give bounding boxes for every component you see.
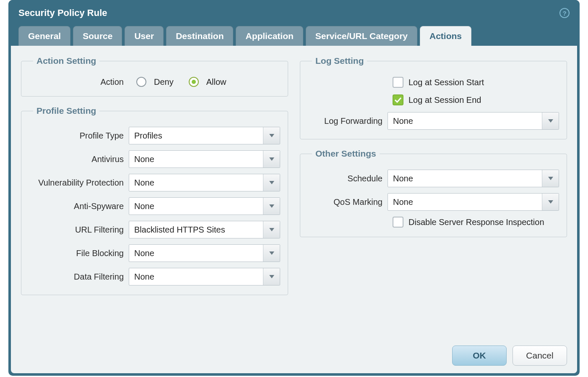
radio-deny[interactable] xyxy=(136,77,146,87)
chevron-down-icon xyxy=(263,127,280,144)
vuln-protection-value: None xyxy=(129,174,263,191)
svg-marker-7 xyxy=(548,119,553,123)
svg-marker-1 xyxy=(269,157,274,161)
qos-marking-select[interactable]: None xyxy=(388,193,559,211)
qos-marking-value: None xyxy=(388,194,542,210)
svg-marker-4 xyxy=(269,228,274,231)
chevron-down-icon xyxy=(542,194,559,210)
action-setting-legend: Action Setting xyxy=(33,56,99,66)
chevron-down-icon xyxy=(263,174,280,191)
security-policy-rule-dialog: Security Policy Rule ? General Source Us… xyxy=(8,0,580,376)
tab-user[interactable]: User xyxy=(125,26,164,46)
url-filtering-label: URL Filtering xyxy=(29,225,129,235)
log-forwarding-select[interactable]: None xyxy=(388,112,559,130)
profile-type-label: Profile Type xyxy=(29,131,129,141)
profile-type-select[interactable]: Profiles xyxy=(129,127,280,144)
profile-type-value: Profiles xyxy=(129,127,263,144)
svg-marker-2 xyxy=(269,181,274,184)
left-column: Action Setting Action Deny Allow Profile… xyxy=(21,56,288,295)
url-filtering-value: Blacklisted HTTPS Sites xyxy=(129,221,263,238)
tab-general[interactable]: General xyxy=(18,26,70,46)
tab-service-url[interactable]: Service/URL Category xyxy=(306,26,417,46)
log-setting-group: Log Setting Log at Session Start xyxy=(300,56,567,139)
checkbox-disable-sri[interactable] xyxy=(393,217,403,228)
chevron-down-icon xyxy=(263,245,280,262)
chevron-down-icon xyxy=(542,170,559,187)
url-filtering-select[interactable]: Blacklisted HTTPS Sites xyxy=(129,221,280,238)
schedule-label: Schedule xyxy=(308,174,388,183)
vuln-protection-label: Vulnerability Protection xyxy=(29,178,129,188)
antivirus-label: Antivirus xyxy=(29,154,129,164)
data-filtering-label: Data Filtering xyxy=(29,272,129,282)
help-icon[interactable]: ? xyxy=(559,8,570,18)
chevron-down-icon xyxy=(263,151,280,168)
dialog-footer: OK Cancel xyxy=(21,337,567,366)
other-settings-legend: Other Settings xyxy=(312,149,380,159)
cancel-button[interactable]: Cancel xyxy=(513,346,567,366)
svg-marker-9 xyxy=(548,200,553,204)
checkbox-log-end[interactable] xyxy=(393,94,403,105)
log-end-label: Log at Session End xyxy=(408,95,481,105)
schedule-select[interactable]: None xyxy=(388,170,559,187)
chevron-down-icon xyxy=(263,268,280,285)
anti-spyware-select[interactable]: None xyxy=(129,197,280,215)
disable-sri-label: Disable Server Response Inspection xyxy=(408,217,544,227)
log-forwarding-label: Log Forwarding xyxy=(308,116,388,126)
action-setting-group: Action Setting Action Deny Allow xyxy=(21,56,288,97)
dialog-title: Security Policy Rule xyxy=(18,8,107,18)
ok-button[interactable]: OK xyxy=(452,346,507,366)
svg-marker-3 xyxy=(269,204,274,208)
log-forwarding-value: None xyxy=(388,113,542,129)
anti-spyware-value: None xyxy=(129,198,263,215)
qos-marking-label: QoS Marking xyxy=(308,197,388,207)
file-blocking-select[interactable]: None xyxy=(129,244,280,262)
tabs-row: General Source User Destination Applicat… xyxy=(8,23,580,46)
antivirus-value: None xyxy=(129,151,263,168)
right-column: Log Setting Log at Session Start xyxy=(300,56,567,295)
anti-spyware-label: Anti-Spyware xyxy=(29,202,129,211)
vuln-protection-select[interactable]: None xyxy=(129,174,280,191)
radio-allow[interactable] xyxy=(189,77,199,87)
dialog-header: Security Policy Rule ? xyxy=(8,0,580,23)
checkbox-log-start[interactable] xyxy=(393,77,403,88)
tab-application[interactable]: Application xyxy=(236,26,303,46)
svg-marker-0 xyxy=(269,134,274,137)
radio-allow-label: Allow xyxy=(206,77,226,87)
file-blocking-value: None xyxy=(129,245,263,262)
tab-source[interactable]: Source xyxy=(73,26,122,46)
log-start-label: Log at Session Start xyxy=(408,78,484,87)
chevron-down-icon xyxy=(542,113,559,129)
svg-marker-8 xyxy=(548,177,553,180)
radio-deny-label: Deny xyxy=(154,77,174,87)
profile-setting-legend: Profile Setting xyxy=(33,106,99,116)
svg-marker-5 xyxy=(269,251,274,255)
profile-setting-group: Profile Setting Profile Type Profiles An… xyxy=(21,106,288,295)
tab-actions[interactable]: Actions xyxy=(420,26,471,46)
svg-marker-6 xyxy=(269,275,274,278)
other-settings-group: Other Settings Schedule None QoS Marking… xyxy=(300,149,567,237)
data-filtering-value: None xyxy=(129,268,263,285)
dialog-body: Action Setting Action Deny Allow Profile… xyxy=(11,46,577,373)
chevron-down-icon xyxy=(263,221,280,238)
chevron-down-icon xyxy=(263,198,280,215)
action-label: Action xyxy=(29,77,129,87)
data-filtering-select[interactable]: None xyxy=(129,268,280,285)
schedule-value: None xyxy=(388,170,542,187)
file-blocking-label: File Blocking xyxy=(29,249,129,258)
antivirus-select[interactable]: None xyxy=(129,150,280,168)
tab-destination[interactable]: Destination xyxy=(166,26,233,46)
log-setting-legend: Log Setting xyxy=(312,56,367,66)
